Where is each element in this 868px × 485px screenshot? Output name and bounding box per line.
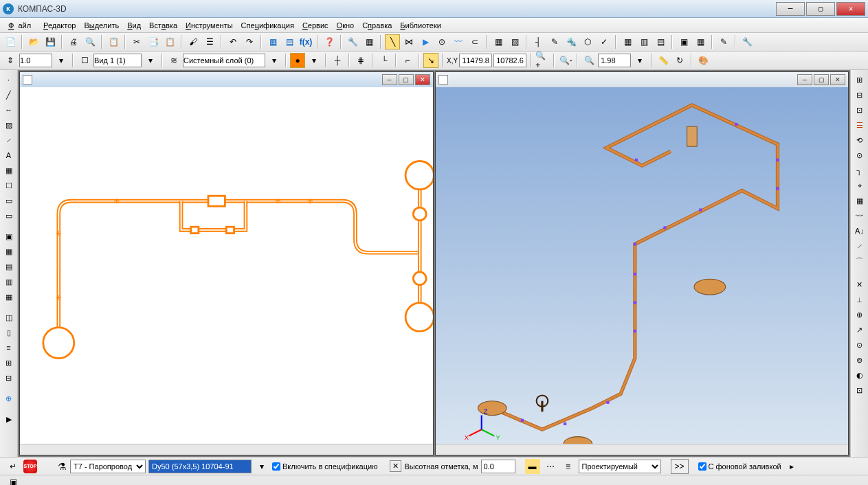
vars-button[interactable]: ▤ [282,34,297,49]
lt11[interactable]: ⊞ [2,356,16,370]
style2[interactable]: ⋯ [543,459,558,474]
text-tool[interactable]: A [2,148,16,162]
track-button[interactable]: ↘ [423,53,438,68]
doc3-close[interactable]: ✕ [830,74,845,85]
menu-spec[interactable]: Спецификация [237,20,298,31]
lt7[interactable]: ▦ [2,290,16,304]
stop-icon[interactable]: STOP [23,460,37,473]
doc-3d-titlebar[interactable]: ─ ▢ ✕ [436,72,849,87]
doc3-minimize[interactable]: ─ [797,74,812,85]
canvas-2d[interactable] [20,87,433,444]
redo-button[interactable]: ↷ [242,34,257,49]
settings-button[interactable]: 🔧 [739,34,755,49]
maximize-button[interactable]: ▢ [806,2,835,16]
elevation-input[interactable] [481,460,515,473]
undo-button[interactable]: ↶ [225,34,241,49]
menu-insert[interactable]: Вставка [145,20,181,31]
save-button[interactable]: 💾 [43,34,58,49]
rt7[interactable]: ┐ [853,163,867,177]
rt20[interactable]: ◐ [853,368,867,382]
play-button[interactable]: ▶ [418,34,433,49]
style3[interactable]: ≡ [561,459,576,474]
rt4[interactable]: ☰ [853,118,867,132]
status-combo[interactable]: Проектируемый [579,460,661,473]
doc-minimize[interactable]: ─ [382,74,397,85]
grid-button[interactable]: ⋕ [353,53,368,68]
cut-button[interactable]: ✂ [129,34,144,49]
lt5[interactable]: ▤ [2,260,16,273]
menu-file[interactable]: Файл [4,20,39,31]
style1[interactable]: ▬ [525,459,540,474]
lib-button[interactable]: ▦ [265,34,280,49]
dim-tool[interactable]: ↔ [2,103,16,117]
tool-b2[interactable]: ⋈ [401,34,416,49]
menu-view[interactable]: Вид [123,20,145,31]
scale-icon[interactable]: ⇕ [3,53,18,68]
scrollbar-h-2d[interactable] [20,444,433,455]
menu-tools[interactable]: Инструменты [181,20,237,31]
rt1[interactable]: ⊞ [853,73,867,87]
zoom-out-button[interactable]: 🔍- [558,53,573,68]
menu-help[interactable]: Справка [358,20,396,31]
lt14[interactable]: ▶ [2,412,16,426]
view-icon[interactable]: ☐ [77,53,92,68]
axis-button[interactable]: ┼ [330,53,345,68]
hatch-tool[interactable]: ▨ [2,118,16,132]
more-button[interactable]: >> [671,459,689,474]
tool-b4[interactable]: ⊙ [434,34,449,49]
lt2[interactable]: ▭ [2,209,16,223]
zoom-in-button[interactable]: 🔍+ [535,53,550,68]
close-button[interactable]: ✕ [836,2,865,16]
rt14[interactable]: ✕ [853,278,867,291]
open-button[interactable]: 📂 [26,34,41,49]
coord-x[interactable] [459,54,492,67]
print-button[interactable]: 🖨 [66,34,81,49]
layer-dropdown[interactable]: ▾ [267,53,282,68]
scrollbar-h-3d[interactable] [436,444,849,455]
rt5[interactable]: ⟲ [853,133,867,147]
tool-d3[interactable]: 🔩 [564,34,579,49]
tool-d4[interactable]: ⬡ [580,34,595,49]
sel-tool[interactable]: ☐ [2,179,16,192]
measure-button[interactable]: 📏 [656,53,671,68]
lt13[interactable]: ⊕ [2,392,16,405]
rt9[interactable]: ▦ [853,194,867,207]
layer-combo[interactable] [183,54,265,67]
rt18[interactable]: ⊙ [853,338,867,352]
spec-button[interactable]: 📋 [106,34,121,49]
tool-e2[interactable]: ▥ [636,34,652,49]
bg-fill-checkbox[interactable]: С фоновой заливкой [698,462,781,471]
canvas-3d[interactable]: X Y Z [436,87,849,444]
format-painter[interactable]: 🖌 [186,34,201,49]
rt16[interactable]: ⊕ [853,308,867,322]
paste-button[interactable]: 📋 [162,34,177,49]
rt15[interactable]: ⟂ [853,293,867,306]
rt19[interactable]: ⊚ [853,353,867,367]
tool-f1[interactable]: ▣ [676,34,691,49]
lt10[interactable]: ≡ [2,341,16,354]
layer-icon[interactable]: ≋ [166,53,181,68]
segment-tool[interactable]: ╱ [2,88,16,102]
doc-close[interactable]: ✕ [415,74,430,85]
rt11[interactable]: A↓ [853,224,867,238]
tool-e1[interactable]: ▦ [620,34,635,49]
rt8[interactable]: ⌖ [853,179,867,192]
lt3[interactable]: ▣ [2,229,16,243]
menu-edit[interactable]: Редактор [39,20,80,31]
include-spec-checkbox[interactable]: Включить в спецификацию [272,462,377,471]
lt1[interactable]: ▭ [2,194,16,207]
lt12[interactable]: ⊟ [2,371,16,385]
table-tool[interactable]: ▦ [2,163,16,177]
rt3[interactable]: ⊡ [853,103,867,117]
doc-2d-titlebar[interactable]: ─ ▢ ✕ [20,72,433,87]
lt4[interactable]: ▦ [2,245,16,258]
menu-window[interactable]: Окно [333,20,359,31]
tool-c2[interactable]: ▨ [507,34,522,49]
doc-maximize[interactable]: ▢ [399,74,414,85]
snap-button[interactable]: ⌐ [400,53,415,68]
properties-button[interactable]: ☰ [202,34,217,49]
lt6[interactable]: ▥ [2,275,16,289]
interrupt-button[interactable]: ↵ [5,459,21,474]
tool-a2[interactable]: ▦ [361,34,377,49]
tool-d5[interactable]: ✓ [597,34,612,49]
